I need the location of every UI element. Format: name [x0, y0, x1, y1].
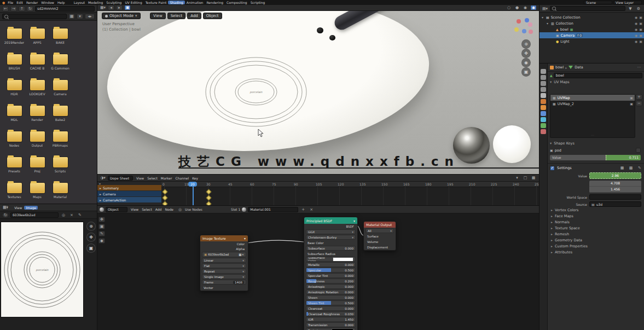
workspace-tab-animation[interactable]: Animation — [185, 1, 205, 4]
collapsed-panel-remesh[interactable]: ▸Remesh — [548, 231, 644, 237]
settings-extra-icon-1[interactable]: ▦ — [619, 165, 625, 171]
folder-item[interactable]: Nodes — [3, 131, 26, 157]
input-socket[interactable] — [306, 291, 306, 294]
collapsed-panel-attributes[interactable]: ▸Attributes — [548, 249, 644, 255]
folder-item[interactable]: CACHE B — [26, 54, 49, 80]
animated-value-button[interactable]: 2.96 — [589, 172, 641, 179]
sort-icon[interactable]: ▾ — [77, 14, 83, 19]
render-visibility-icon[interactable]: ▣ — [639, 15, 642, 19]
bsdf-dropdown-christensen-burley[interactable]: Christensen-Burley▾ — [306, 235, 356, 240]
viewport-perspective-icon[interactable]: ▣ — [521, 67, 531, 77]
use-nodes-label[interactable]: Use Nodes — [185, 207, 202, 211]
workspace-tab-scripting[interactable]: Scripting — [249, 1, 267, 4]
shading-rendered-icon[interactable]: ◉ — [530, 5, 537, 10]
frame-row[interactable]: Frame1408 — [202, 280, 246, 285]
workspace-tab-texture-paint[interactable]: Texture Paint — [144, 1, 169, 4]
properties-tab-physics-icon[interactable] — [541, 117, 546, 122]
frame-ruler[interactable] — [161, 182, 539, 187]
back-icon[interactable]: ← — [2, 6, 9, 11]
dropdown-repeat[interactable]: Repeat▾ — [202, 269, 246, 274]
workspace-prev-icon[interactable]: ◂ — [108, 5, 114, 10]
topbar-menu-window[interactable]: Window — [39, 1, 56, 4]
shading-wireframe-icon[interactable]: ○ — [506, 5, 512, 10]
channel-filter-icon[interactable]: ▾ — [99, 182, 101, 186]
viewport-pan-icon[interactable]: ✥ — [521, 49, 531, 58]
folder-item[interactable]: 2019Render — [3, 28, 26, 54]
value-slider[interactable]: Value0.711 — [550, 155, 641, 160]
bsdf-row-anisotropic-rotation[interactable]: Anisotropic Rotation0.000 — [306, 290, 356, 294]
workspace-tab-modeling[interactable]: Modeling — [86, 1, 105, 4]
datablock-name-field[interactable]: bowl — [554, 73, 642, 78]
breadcrumb-object[interactable]: bowl — [555, 65, 564, 70]
viewport-menu-object[interactable]: Object — [203, 13, 222, 19]
viewport-zoom-icon[interactable]: ⊕ — [521, 39, 531, 49]
keyframe-diamond[interactable] — [206, 195, 212, 201]
file-name-field[interactable] — [2, 14, 67, 19]
bsdf-row-anisotropic[interactable]: Anisotropic0.000 — [306, 284, 356, 289]
topbar-menu-help[interactable]: Help — [56, 1, 67, 4]
size-value[interactable]: 1.456 — [589, 187, 641, 193]
channel-cameraaction[interactable]: ▸CameraAction — [97, 197, 161, 202]
channel-summary[interactable]: ▸Summary — [97, 185, 161, 190]
dropdown-linear[interactable]: Linear▾ — [202, 258, 246, 263]
uv-remove-button[interactable]: − — [636, 101, 642, 106]
tool-select-icon[interactable]: ✥ — [98, 217, 105, 222]
properties-tab-data-icon[interactable] — [541, 123, 546, 128]
channel-expand-icon[interactable]: ▸ — [100, 192, 101, 196]
bsdf-dropdown-ggx[interactable]: GGX▾ — [306, 229, 356, 234]
color-swatch[interactable] — [332, 328, 353, 330]
material-output-node-header[interactable]: Material Output — [364, 222, 396, 228]
workspace-tab-sculpting[interactable]: Sculpting — [105, 1, 123, 4]
bsdf-row-roughness[interactable]: Roughness0.200 — [306, 279, 356, 283]
expander-icon[interactable]: ▾ — [547, 21, 549, 25]
size-value[interactable]: 4.708 — [589, 181, 641, 187]
properties-tab-output-icon[interactable] — [541, 81, 546, 86]
properties-tab-modifiers-icon[interactable] — [541, 111, 546, 116]
output-target-dropdown[interactable]: All▾ — [365, 228, 394, 233]
outliner-search-field[interactable] — [550, 6, 625, 11]
folder-item[interactable]: HDR — [3, 80, 26, 106]
bsdf-row-subsurface-radius[interactable]: Subsurface Radius — [306, 251, 356, 256]
unlink-image-icon[interactable]: × — [68, 212, 75, 218]
outliner-row-collection[interactable]: ▾▥Collection◉▣ — [539, 20, 644, 26]
folder-item[interactable]: BAKE — [49, 28, 72, 54]
folder-item[interactable]: Proj — [26, 157, 49, 183]
section-shape-keys[interactable]: ▾Shape Keys — [548, 140, 575, 146]
dopesheet-options-icon[interactable]: ▦ — [530, 175, 537, 181]
breadcrumb-collapse-icon[interactable]: ⋯ — [636, 65, 642, 70]
keyframe-diamond[interactable] — [206, 189, 212, 195]
blender-logo-icon[interactable]: ● — [2, 1, 5, 4]
image-refresh-icon[interactable]: ↻ — [2, 212, 9, 218]
collapsed-panel-vertex-colors[interactable]: ▸Vertex Colors — [548, 207, 644, 213]
active-tool-icon[interactable]: ▣ — [124, 5, 131, 10]
outliner-editor-type-icon[interactable]: ▤▾ — [542, 6, 548, 11]
folder-item[interactable]: G Common — [49, 54, 72, 80]
properties-tab-tool-icon[interactable] — [541, 69, 546, 74]
scene-selector[interactable]: Scene — [584, 1, 612, 4]
topbar-menu-edit[interactable]: Edit — [15, 1, 25, 4]
dopesheet-mode-dropdown[interactable]: Dope Sheet — [108, 176, 133, 181]
forward-icon[interactable]: → — [10, 6, 17, 11]
collapsed-panel-custom-properties[interactable]: ▸Custom Properties — [548, 243, 644, 249]
node-menu-view[interactable]: View — [129, 207, 140, 211]
render-visibility-icon[interactable]: ▣ — [639, 39, 642, 43]
shape-checkbox[interactable] — [636, 148, 641, 153]
properties-tab-view-layer-icon[interactable] — [541, 87, 546, 92]
tool-annotate-icon[interactable]: ✎ — [98, 231, 105, 236]
pin-node-tree-icon[interactable]: ◎ — [177, 207, 183, 212]
properties-tab-world-icon[interactable] — [541, 99, 546, 104]
node-menu-select[interactable]: Select — [140, 207, 154, 211]
shader-editor-type-icon[interactable] — [100, 207, 104, 212]
keyframe-diamond[interactable] — [163, 195, 168, 201]
bsdf-row-subsurface-color[interactable]: Subsurface Color — [306, 257, 356, 262]
bsdf-row-specular-tint[interactable]: Specular Tint0.000 — [306, 273, 356, 278]
input-socket[interactable] — [306, 264, 306, 267]
hide-eye-icon[interactable]: ◉ — [635, 33, 637, 37]
properties-tab-object-icon[interactable] — [541, 105, 546, 110]
timeline-region[interactable]: 0153045607590105120135150165180195210225… — [161, 182, 539, 206]
pin-image-icon[interactable]: ◎ — [60, 212, 67, 218]
shading-material-icon[interactable]: ◉ — [522, 5, 529, 10]
bsdf-row-clearcoat-roughness[interactable]: Clearcoat Roughness0.030 — [306, 311, 356, 316]
folder-item[interactable]: LOOKDEV — [26, 80, 49, 106]
input-socket[interactable] — [306, 308, 306, 310]
